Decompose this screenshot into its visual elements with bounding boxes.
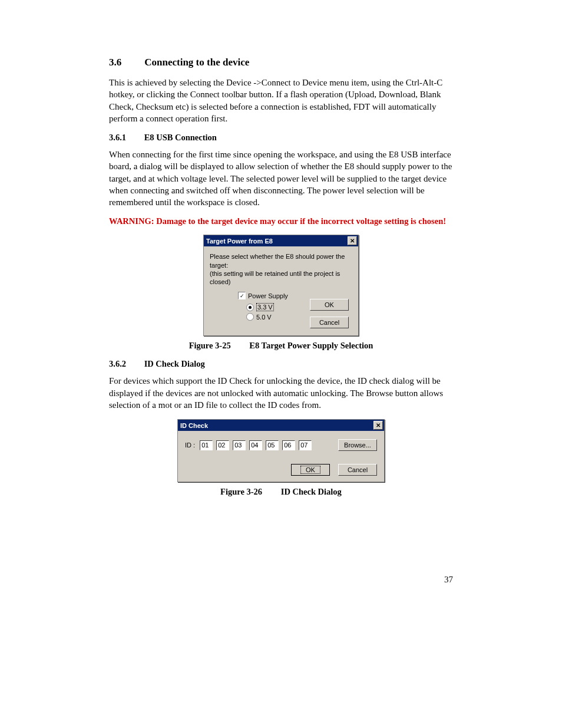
radio-3v3[interactable]: 3.3 V: [246, 303, 310, 311]
radio-icon: [246, 313, 254, 321]
ok-button[interactable]: OK: [310, 299, 349, 311]
dialog-titlebar: Target Power from E8 ✕: [204, 235, 358, 246]
radio-label: 5.0 V: [256, 314, 272, 321]
subsection-number: 3.6.2: [109, 359, 142, 369]
close-icon[interactable]: ✕: [373, 421, 383, 430]
paragraph-idcheck: For devices which support the ID Check f…: [109, 375, 453, 411]
id-label: ID :: [185, 442, 195, 449]
target-power-dialog: Target Power from E8 ✕ Please select whe…: [203, 235, 359, 336]
id-field-3[interactable]: [249, 440, 262, 450]
figure-caption-325: Figure 3-25 E8 Target Power Supply Selec…: [109, 341, 453, 351]
cancel-button[interactable]: Cancel: [310, 317, 349, 328]
section-title: Connecting to the device: [144, 57, 249, 68]
id-field-1[interactable]: [216, 440, 229, 450]
page-number: 37: [444, 575, 453, 585]
browse-button[interactable]: Browse...: [338, 439, 377, 451]
ok-button[interactable]: OK: [291, 464, 330, 476]
figure-caption-326: Figure 3-26 ID Check Dialog: [109, 487, 453, 497]
section-heading: 3.6 Connecting to the device: [109, 57, 453, 68]
id-field-2[interactable]: [233, 440, 246, 450]
dialog-title-text: ID Check: [180, 422, 208, 429]
checkbox-label: Power Supply: [248, 292, 288, 299]
subsection-361: 3.6.1 E8 USB Connection: [109, 133, 453, 143]
radio-label: 3.3 V: [256, 303, 274, 311]
cancel-button[interactable]: Cancel: [338, 464, 377, 476]
checkbox-icon: ✓: [238, 292, 246, 299]
dialog-message: Please select whether the E8 should powe…: [210, 252, 352, 286]
id-field-5[interactable]: [282, 440, 295, 450]
power-supply-checkbox[interactable]: ✓ Power Supply: [238, 292, 310, 299]
section-number: 3.6: [109, 57, 142, 68]
id-field-0[interactable]: [200, 440, 213, 450]
radio-icon: [246, 304, 254, 311]
subsection-number: 3.6.1: [109, 133, 142, 143]
radio-5v[interactable]: 5.0 V: [246, 313, 310, 321]
warning-text: WARNING: Damage to the target device may…: [109, 216, 453, 226]
paragraph-e8: When connecting for the first time since…: [109, 149, 453, 208]
id-field-4[interactable]: [266, 440, 279, 450]
subsection-title: ID Check Dialog: [144, 359, 205, 368]
dialog-titlebar: ID Check ✕: [178, 420, 384, 431]
id-field-6[interactable]: [299, 440, 312, 450]
paragraph-intro: This is achieved by selecting the Device…: [109, 77, 453, 124]
subsection-title: E8 USB Connection: [144, 133, 217, 142]
id-check-dialog: ID Check ✕ ID : Browse... OK Cancel: [177, 419, 385, 482]
subsection-362: 3.6.2 ID Check Dialog: [109, 359, 453, 369]
dialog-title-text: Target Power from E8: [206, 238, 273, 245]
close-icon[interactable]: ✕: [348, 236, 357, 245]
